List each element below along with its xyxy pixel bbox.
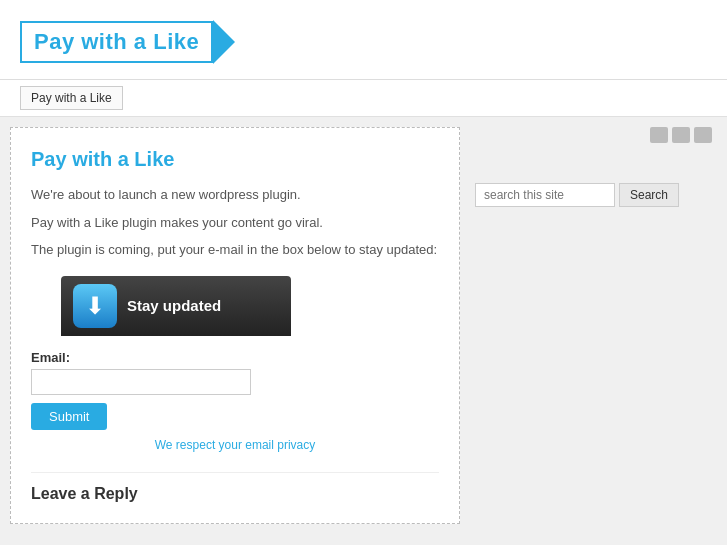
nav-bar: Pay with a Like (0, 80, 727, 117)
email-field[interactable] (31, 369, 251, 395)
sidebar-icons (475, 127, 712, 143)
privacy-link[interactable]: We respect your email privacy (31, 438, 439, 452)
content-area: Pay with a Like We're about to launch a … (10, 127, 460, 524)
widget-header: ⬇ Stay updated (61, 276, 291, 336)
site-header: Pay with a Like (0, 0, 727, 80)
nav-tab-pay-with-a-like[interactable]: Pay with a Like (20, 86, 123, 110)
widget-title: Stay updated (127, 297, 221, 314)
logo-arrow-icon (213, 20, 235, 64)
search-input[interactable] (475, 183, 615, 207)
paragraph-3: The plugin is coming, put your e-mail in… (31, 240, 439, 260)
sidebar: Search (470, 127, 717, 524)
email-form: Email: Submit We respect your email priv… (31, 350, 439, 452)
search-widget: Search (475, 183, 712, 207)
page-title: Pay with a Like (31, 148, 439, 171)
paragraph-1: We're about to launch a new wordpress pl… (31, 185, 439, 205)
logo-container: Pay with a Like (20, 20, 707, 64)
main-layout: Pay with a Like We're about to launch a … (0, 117, 727, 534)
logo-text: Pay with a Like (20, 21, 213, 63)
email-label: Email: (31, 350, 439, 365)
paragraph-2: Pay with a Like plugin makes your conten… (31, 213, 439, 233)
arrow-down-icon: ⬇ (85, 294, 105, 318)
sidebar-icon-3 (694, 127, 712, 143)
search-button[interactable]: Search (619, 183, 679, 207)
download-icon: ⬇ (73, 284, 117, 328)
sidebar-icon-1 (650, 127, 668, 143)
leave-reply-heading: Leave a Reply (31, 472, 439, 503)
sidebar-icon-2 (672, 127, 690, 143)
submit-button[interactable]: Submit (31, 403, 107, 430)
stay-updated-widget: ⬇ Stay updated (61, 276, 291, 336)
